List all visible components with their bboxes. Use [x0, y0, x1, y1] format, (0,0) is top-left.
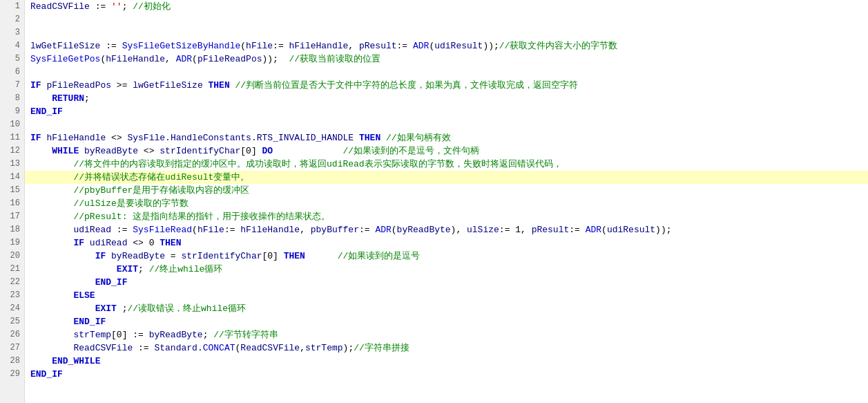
code-line: strTemp[0] := byReadByte; //字节转字符串: [25, 328, 868, 341]
code-line: //将文件中的内容读取到指定的缓冲区中。成功读取时，将返回udiRead表示实际…: [25, 158, 868, 171]
code-line-content: //ulSize是要读取的字节数: [25, 197, 189, 210]
line-number: 19: [0, 236, 24, 250]
code-line: [25, 118, 868, 131]
code-line-content: ReadCSVFile := Standard.CONCAT(ReadCSVFi…: [25, 341, 409, 355]
code-line: [25, 66, 868, 79]
line-number: 2: [0, 13, 24, 26]
code-line: RETURN;: [25, 92, 868, 105]
code-line-content: END_IF: [25, 368, 63, 381]
code-line: END_IF: [25, 105, 868, 118]
code-line: //ulSize是要读取的字节数: [25, 197, 868, 210]
code-line-content: END_IF: [25, 276, 127, 289]
code-line-content: [25, 118, 36, 131]
line-number: 23: [0, 289, 24, 302]
code-line-content: //并将错误状态存储在udiResult变量中。: [25, 171, 249, 184]
code-line-content: EXIT ;//读取错误，终止while循环: [25, 302, 246, 315]
code-line-content: END_WHILE: [25, 355, 100, 368]
code-line-content: strTemp[0] := byReadByte; //字节转字符串: [25, 328, 278, 341]
code-line: END_WHILE: [25, 355, 868, 368]
line-number: 4: [0, 39, 24, 53]
line-number: 24: [0, 302, 24, 315]
code-line: EXIT ;//读取错误，终止while循环: [25, 302, 868, 315]
line-number: 29: [0, 368, 24, 381]
code-line-content: IF byReadByte = strIdentifyChar[0] THEN …: [25, 250, 420, 263]
code-line: [25, 13, 868, 26]
line-number: 25: [0, 315, 24, 328]
code-editor: 1234567891011121314151617181920212223242…: [0, 0, 868, 403]
line-number: 26: [0, 328, 24, 341]
code-line-content: RETURN;: [25, 92, 90, 105]
code-line-content: [25, 66, 36, 79]
code-line-content: END_IF: [25, 315, 106, 328]
code-line-content: IF udiRead <> 0 THEN: [25, 236, 181, 250]
code-line: //pbyBuffer是用于存储读取内容的缓冲区: [25, 184, 868, 197]
line-number: 10: [0, 118, 24, 131]
code-line: SysFileGetPos(hFileHandle, ADR(pFileRead…: [25, 53, 868, 66]
line-number: 27: [0, 341, 24, 355]
code-line-content: IF pFileReadPos >= lwGetFileSize THEN //…: [25, 79, 578, 92]
line-number: 16: [0, 197, 24, 210]
line-number-gutter: 1234567891011121314151617181920212223242…: [0, 0, 25, 403]
line-number: 1: [0, 0, 24, 13]
code-line-content: lwGetFileSize := SysFileGetSizeByHandle(…: [25, 39, 617, 53]
code-line: END_IF: [25, 276, 868, 289]
line-number: 6: [0, 66, 24, 79]
code-line-content: ELSE: [25, 289, 95, 302]
code-line-content: //pbyBuffer是用于存储读取内容的缓冲区: [25, 184, 249, 197]
code-line: ReadCSVFile := ''; //初始化: [25, 0, 868, 13]
code-line-content: EXIT; //终止while循环: [25, 263, 222, 276]
code-line-content: END_IF: [25, 105, 63, 118]
code-line-content: [25, 26, 36, 39]
code-line: ELSE: [25, 289, 868, 302]
code-line-content: WHILE byReadByte <> strIdentifyChar[0] D…: [25, 144, 479, 158]
code-line-content: [25, 13, 36, 26]
code-line: EXIT; //终止while循环: [25, 263, 868, 276]
code-line-content: udiRead := SysFileRead(hFile:= hFileHand…: [25, 223, 672, 236]
code-line-content: //pResult: 这是指向结果的指针，用于接收操作的结果状态。: [25, 210, 330, 223]
code-line: //并将错误状态存储在udiResult变量中。: [25, 171, 868, 184]
line-number: 18: [0, 223, 24, 236]
code-line-content: SysFileGetPos(hFileHandle, ADR(pFileRead…: [25, 53, 380, 66]
line-number: 21: [0, 263, 24, 276]
line-number: 7: [0, 79, 24, 92]
code-line-content: ReadCSVFile := ''; //初始化: [25, 0, 171, 13]
line-number: 12: [0, 144, 24, 158]
code-line: ReadCSVFile := Standard.CONCAT(ReadCSVFi…: [25, 341, 868, 355]
code-line: lwGetFileSize := SysFileGetSizeByHandle(…: [25, 39, 868, 53]
line-number: 15: [0, 184, 24, 197]
code-line: END_IF: [25, 315, 868, 328]
line-number: 3: [0, 26, 24, 39]
code-line: IF pFileReadPos >= lwGetFileSize THEN //…: [25, 79, 868, 92]
code-line: IF byReadByte = strIdentifyChar[0] THEN …: [25, 250, 868, 263]
line-number: 9: [0, 105, 24, 118]
code-line: udiRead := SysFileRead(hFile:= hFileHand…: [25, 223, 868, 236]
code-line-content: IF hFileHandle <> SysFile.HandleConstant…: [25, 131, 451, 144]
code-line: IF udiRead <> 0 THEN: [25, 236, 868, 250]
line-number: 28: [0, 355, 24, 368]
code-line-content: //将文件中的内容读取到指定的缓冲区中。成功读取时，将返回udiRead表示实际…: [25, 158, 562, 171]
line-number: 5: [0, 53, 24, 66]
line-number: 20: [0, 250, 24, 263]
code-content-area[interactable]: ReadCSVFile := ''; //初始化 lwGetFileSize :…: [25, 0, 868, 403]
line-number: 17: [0, 210, 24, 223]
code-line: [25, 26, 868, 39]
line-number: 13: [0, 158, 24, 171]
code-line: IF hFileHandle <> SysFile.HandleConstant…: [25, 131, 868, 144]
code-line: //pResult: 这是指向结果的指针，用于接收操作的结果状态。: [25, 210, 868, 223]
line-number: 11: [0, 131, 24, 144]
code-line: WHILE byReadByte <> strIdentifyChar[0] D…: [25, 144, 868, 158]
code-line: END_IF: [25, 368, 868, 381]
line-number: 8: [0, 92, 24, 105]
line-number: 22: [0, 276, 24, 289]
line-number: 14: [0, 171, 24, 184]
